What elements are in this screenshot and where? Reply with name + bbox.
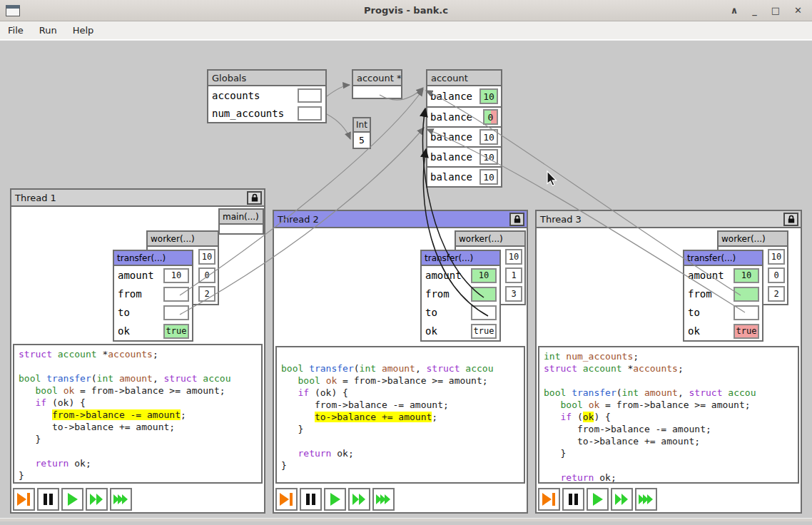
visualization-canvas[interactable]: Globals accountsnum_accounts account * I… [0,40,812,521]
account-row[interactable]: balance10 [427,166,501,186]
padlock-icon [787,215,796,224]
variable-value: true [163,324,189,339]
field-name: balance [430,131,472,143]
code-line: struct account *accounts; [544,362,798,374]
play-fast-button[interactable] [86,488,108,511]
play-button[interactable] [61,488,83,511]
local-variable-row[interactable]: oktrue [684,322,762,340]
thread-2-titlebar[interactable]: Thread 2 [274,211,527,228]
close-icon[interactable]: ✕ [794,5,802,16]
fast-forward-icon [88,491,106,507]
local-variable-row[interactable]: amount10 [422,266,499,285]
field-name: balance [430,171,472,183]
balance-value: 0 [483,109,498,125]
global-variable-row[interactable]: accounts [208,86,325,104]
local-variable-row[interactable]: to [684,303,762,322]
local-variable-row[interactable]: oktrue [422,322,499,340]
global-variable-row[interactable]: num_accounts [208,104,325,122]
lock-icon[interactable] [509,213,524,226]
worker-frame-label: worker(...) [148,232,218,247]
local-variable-row[interactable]: from [114,285,192,303]
lock-icon[interactable] [247,191,262,205]
transfer-frame[interactable]: transfer(...) amount10fromtooktrue [113,250,193,342]
pause-button[interactable] [562,488,584,511]
field-name: balance [430,91,472,102]
thread-3-panel[interactable]: Thread 3 worker(...) 1002 transfer(...) … [535,210,802,514]
window-title: Progvis - bank.c [0,5,812,16]
play-fastest-button[interactable] [372,488,395,511]
worker-param-value: 3 [505,286,522,302]
maximize-icon[interactable]: □ [771,5,780,16]
field-name: balance [430,151,472,163]
transfer-frame[interactable]: transfer(...) amount10fromtooktrue [683,250,763,342]
pause-button[interactable] [37,488,59,511]
play-fast-button[interactable] [348,488,370,511]
local-variable-row[interactable]: to [422,303,499,322]
window-titlebar[interactable]: Progvis - bank.c ∧ _ □ ✕ [0,0,812,21]
local-variable-row[interactable]: to [114,303,192,322]
lock-icon[interactable] [783,213,798,226]
transfer-frame-label: transfer(...) [684,251,762,266]
account-row[interactable]: balance10 [427,126,501,146]
account-array-box[interactable]: account balance10balance0balance10balanc… [426,69,502,188]
thread-1-panel[interactable]: Thread 1 main(...) worker(...) 1002 tran… [10,188,265,514]
variable-name: accounts [212,90,260,101]
menu-help[interactable]: Help [65,21,102,39]
orange-skip-icon [541,491,558,507]
menu-run[interactable]: Run [31,21,65,39]
account-array-title: account [427,71,501,86]
variable-value: true [471,324,497,339]
local-variable-row[interactable]: from [422,285,499,303]
account-rows: balance10balance0balance10balance10balan… [427,86,501,186]
thread-2-panel[interactable]: Thread 2 worker(...) 1013 transfer(...) … [273,210,528,514]
account-row[interactable]: balance10 [427,86,501,106]
code-line: bool ok = from->balance >= amount; [544,399,798,411]
code-line: from->balance -= amount; [19,409,261,421]
play-icon [327,491,344,507]
account-row[interactable]: balance0 [427,106,501,126]
int-box[interactable]: Int 5 [352,117,371,149]
variable-value: 10 [471,268,497,283]
play-fast-button[interactable] [611,488,633,511]
minimize-icon[interactable]: _ [752,5,757,16]
menu-file[interactable]: File [0,21,31,39]
wire-numaccounts-to-int [327,114,350,139]
thread-1-titlebar[interactable]: Thread 1 [11,190,264,207]
local-variable-row[interactable]: oktrue [114,322,192,340]
code-line: if (ok) { [544,411,798,423]
thread-3-titlebar[interactable]: Thread 3 [537,211,801,228]
play-button[interactable] [587,488,609,511]
account-row[interactable]: balance10 [427,146,501,166]
variable-name: amount [688,270,724,281]
local-variable-row[interactable]: amount10 [114,266,192,285]
shade-window-icon[interactable]: ∧ [731,5,739,16]
transfer-rows: amount10fromtooktrue [422,266,499,340]
triple-forward-icon [375,491,392,507]
thread-3-content: worker(...) 1002 transfer(...) amount10f… [537,228,801,512]
variable-value [471,287,497,302]
code-line: } [281,459,524,472]
main-frame[interactable]: main(...) [218,208,264,235]
play-fastest-button[interactable] [110,488,132,511]
run-to-next-button[interactable] [275,488,298,511]
play-fastest-button[interactable] [635,488,657,511]
account-pointer-box[interactable]: account * [352,69,402,99]
code-line: to->balance += amount; [19,421,261,433]
source-code-view: bool transfer(int amount, struct accou b… [275,346,525,484]
variable-value [734,305,759,320]
pointer-cell [298,106,322,121]
transfer-frame[interactable]: transfer(...) amount10fromtooktrue [420,250,501,342]
pause-button[interactable] [300,488,322,511]
transfer-frame-label: transfer(...) [114,251,192,266]
play-button[interactable] [324,488,346,511]
worker-param-value: 10 [768,249,785,265]
local-variable-row[interactable]: from [684,285,762,303]
thread-2-title: Thread 2 [278,214,319,225]
run-to-next-button[interactable] [13,488,35,511]
variable-name: to [688,307,700,318]
globals-box[interactable]: Globals accountsnum_accounts [207,69,327,123]
run-to-next-button[interactable] [538,488,560,511]
local-variable-row[interactable]: amount10 [684,266,762,285]
code-line [544,459,798,472]
fast-forward-icon [351,491,368,507]
